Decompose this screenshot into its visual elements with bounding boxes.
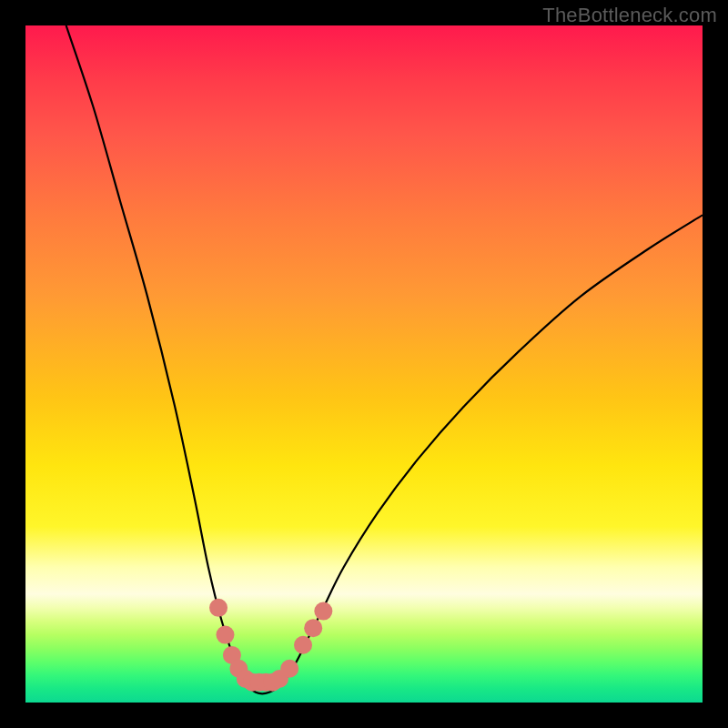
data-marker: [280, 660, 298, 678]
watermark-text: TheBottleneck.com: [542, 4, 717, 27]
chart-plot-area: [25, 25, 703, 703]
marker-layer: [209, 599, 332, 692]
data-marker: [216, 626, 234, 644]
data-marker: [304, 619, 322, 637]
curve-layer: [66, 25, 703, 693]
data-marker: [314, 602, 332, 621]
bottleneck-curve: [66, 25, 703, 693]
svg-point-12: [304, 619, 322, 637]
chart-svg: [25, 25, 703, 703]
data-marker: [209, 599, 228, 617]
data-marker: [294, 636, 312, 654]
svg-point-0: [209, 599, 228, 617]
svg-point-1: [216, 626, 234, 644]
svg-point-11: [294, 636, 312, 654]
svg-point-13: [314, 602, 332, 621]
svg-point-10: [280, 660, 298, 678]
chart-frame: TheBottleneck.com: [0, 0, 728, 728]
